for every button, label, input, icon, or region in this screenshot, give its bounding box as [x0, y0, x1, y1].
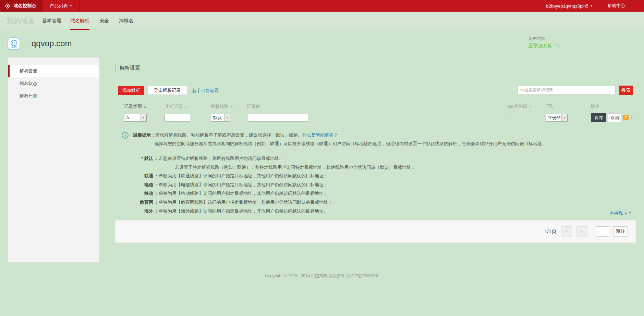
tip-row-education: 教育网：单独为用【教育网线路】访问的用户指定目标地址，其他用户仍然访问默认的目标…	[133, 198, 629, 207]
column-header-host-record[interactable]: 主机记录 ▲	[165, 103, 187, 110]
column-header-record-value: 记录值	[247, 103, 260, 110]
tip-colon: ：	[154, 156, 159, 161]
tips-title: 温馨提示：	[133, 132, 155, 138]
tab-label: 域名解析	[70, 18, 89, 24]
sort-asc-icon: ▲	[144, 105, 146, 108]
tip-desc: 单独为用【联通线路】访问的用户指定目标地址，其他用户仍然访问默认的目标地址；	[159, 173, 328, 178]
column-label: TTL	[546, 103, 554, 109]
tip-row-unicom: 联通：单独为用【联通线路】访问的用户指定目标地址，其他用户仍然访问默认的目标地址…	[133, 172, 629, 180]
tip-colon: ：	[154, 191, 159, 196]
info-icon: i	[122, 132, 129, 139]
section-nav: 我的域名 基本管理 域名解析 安全 淘域名	[0, 12, 644, 30]
tip-label: 教育网	[138, 198, 153, 207]
collapse-warning-icon[interactable]: ▲	[630, 116, 633, 119]
product-list-menu[interactable]: 产品列表 ▾	[42, 0, 80, 12]
pagination-bar: 1/1页 < > 跳转	[115, 220, 636, 243]
tip-desc: 单独为用【教育网线路】访问的用户指定目标地址，其他用户仍然访问默认的目标地址；	[159, 200, 332, 205]
tab-domain-resolution[interactable]: 域名解析	[70, 12, 89, 30]
total-pages: /1页	[547, 228, 557, 234]
tab-label: 安全	[99, 18, 109, 24]
sidebar-item-domain-status[interactable]: 域名状态	[8, 77, 99, 90]
next-page-button[interactable]: >	[576, 226, 587, 237]
sort-asc-icon: ▲	[230, 105, 233, 108]
beginner-guide-link[interactable]: 新手引导设置	[192, 88, 219, 94]
sort-asc-icon: ▲	[185, 105, 187, 108]
page-title: 解析设置	[115, 64, 140, 72]
product-list-label: 产品列表	[50, 3, 68, 9]
tip-row-overseas: 海外：单独为用【海外线路】访问的用户指定目标地址，其他用户仍然访问默认的目标地址…	[133, 207, 629, 216]
prev-page-button[interactable]: <	[561, 226, 572, 237]
tip-label: 电信	[138, 180, 153, 189]
tab-label: 淘域名	[119, 18, 133, 24]
tip-row-default-cont: 若设置了特定解析线路（例如：联通），则特定线路用户访问特定目标地址，其他线路用户…	[133, 163, 629, 172]
column-label: 记录类型	[124, 103, 142, 110]
column-label: 解析线路	[211, 103, 229, 110]
service-status: 正常服务期 ?	[528, 43, 560, 49]
ttl-select[interactable]: 10分钟	[546, 114, 568, 122]
help-warning-icon[interactable]: ?	[623, 115, 629, 120]
dismiss-tips-label: 不再提示	[610, 210, 628, 215]
tab-basic-management[interactable]: 基本管理	[42, 12, 61, 30]
tip-desc: 单独为用【移动线路】访问的用户指定目标地址，其他用户仍然访问默认的目标地址；	[159, 191, 328, 196]
column-header-resolution-line[interactable]: 解析线路 ▲	[211, 103, 233, 110]
tab-label: 基本管理	[42, 18, 61, 24]
sort-asc-icon: ▲	[529, 105, 532, 108]
what-is-smart-resolution-link[interactable]: 什么是智能解析？	[302, 132, 338, 138]
topbar: 域名控制台 产品列表 ▾ b2bsyep1qvhqz3pln5 ▾ 帮助中心	[0, 0, 644, 12]
search-button[interactable]: 搜索	[619, 86, 633, 95]
domain-header: www qqvop.com 使用时限： 正常服务期 ?	[0, 30, 644, 58]
add-record-button[interactable]: 添加解析	[118, 86, 144, 95]
column-label: 记录值	[247, 103, 260, 110]
console-title: 域名控制台	[13, 3, 37, 9]
domain-name: qqvop.com	[32, 39, 72, 48]
column-header-ttl: TTL	[546, 103, 554, 109]
search-input[interactable]	[518, 86, 616, 94]
dismiss-tips-link[interactable]: 不再提示^	[610, 210, 631, 216]
record-value-input[interactable]	[248, 114, 308, 122]
record-type-select[interactable]: A	[124, 114, 147, 122]
help-question-icon[interactable]: ?	[555, 43, 560, 48]
save-button[interactable]: 保存	[591, 113, 606, 122]
collapse-caret-icon: ^	[629, 211, 631, 215]
line-select-wrap: 默认 ∨	[211, 114, 230, 122]
console-logo[interactable]: 域名控制台	[0, 0, 42, 12]
line-select[interactable]: 默认	[211, 114, 230, 122]
cancel-button[interactable]: 取消	[608, 113, 621, 122]
export-records-button[interactable]: 导出解析记录	[147, 86, 187, 95]
sidebar-item-label: 域名状态	[20, 81, 37, 86]
tips-line1: 温馨提示：若您对解析线路、智能解析不了解或不想设置，建议您选择「默认」线路。什么…	[133, 131, 629, 139]
tips-body: 温馨提示：若您对解析线路、智能解析不了解或不想设置，建议您选择「默认」线路。什么…	[133, 131, 629, 215]
tip-row-mobile: 移动：单独为用【移动线路】访问的用户指定目标地址，其他用户仍然访问默认的目标地址…	[133, 189, 629, 198]
sidebar-item-resolution-settings[interactable]: 解析设置	[8, 65, 99, 77]
page-jump-button[interactable]: 跳转	[613, 226, 628, 237]
mx-priority-value: --	[508, 115, 511, 120]
column-header-record-type[interactable]: 记录类型 ▲	[124, 103, 146, 110]
tab-security[interactable]: 安全	[99, 12, 109, 30]
domain-globe-icon: www	[8, 37, 20, 50]
topbar-spacer	[80, 0, 538, 12]
tips-text1: 若您对解析线路、智能解析不了解或不想设置，建议您选择「默认」线路。	[155, 132, 302, 138]
column-label: 操作	[591, 103, 599, 110]
tip-desc: 单独为用【电信线路】访问的用户指定目标地址，其他用户仍然访问默认的目标地址；	[159, 182, 328, 187]
tip-colon: ：	[154, 173, 159, 178]
column-label: 主机记录	[165, 103, 183, 110]
line-descriptions: * 默认：若您未设置特定解析线路，则所有线路用户均访问该目标地址。 若设置了特定…	[133, 154, 629, 215]
page-jump-input[interactable]	[596, 226, 609, 237]
tip-colon: ：	[154, 200, 159, 205]
help-center-link[interactable]: 帮助中心	[600, 0, 644, 12]
sidebar: 解析设置 域名状态 解析日志	[8, 58, 99, 262]
sidebar-item-resolution-log[interactable]: 解析日志	[8, 90, 99, 102]
tip-label: 海外	[138, 207, 153, 216]
sidebar-item-label: 解析日志	[20, 93, 37, 98]
hichina-logo-icon	[5, 3, 11, 9]
tab-tao-domain[interactable]: 淘域名	[119, 12, 133, 30]
tips-line2: 选择与您的空间或服务器所在线路相同的解析线路（例如：联通）可以提升该线路（联通）…	[133, 139, 629, 148]
sidebar-item-label: 解析设置	[20, 68, 37, 74]
column-header-mx-priority[interactable]: MX优先级 ▲	[507, 103, 532, 110]
tip-label: * 默认	[138, 154, 153, 163]
chevron-down-icon: ▾	[70, 4, 72, 8]
help-center-label: 帮助中心	[607, 3, 625, 9]
user-menu[interactable]: b2bsyep1qvhqz3pln5 ▾	[538, 0, 600, 12]
host-record-input[interactable]	[165, 114, 190, 122]
tip-label: 联通	[138, 172, 153, 180]
